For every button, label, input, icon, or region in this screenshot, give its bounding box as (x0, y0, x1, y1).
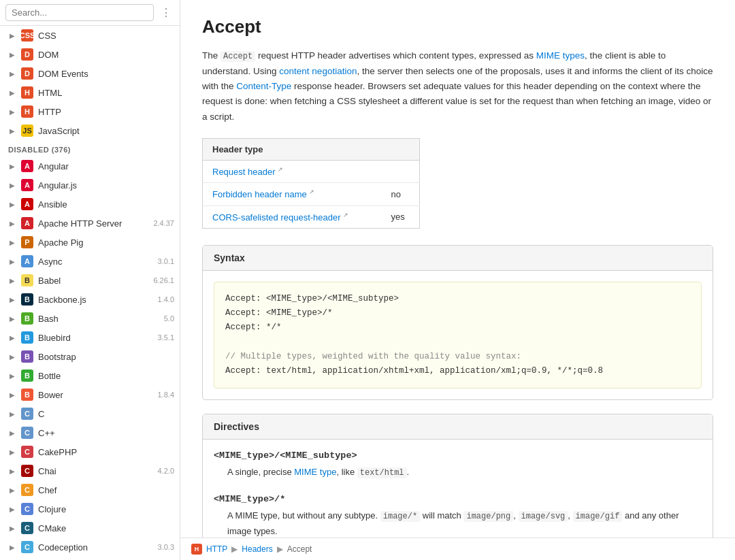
sidebar-item-http[interactable]: ▶HHTTP (0, 102, 180, 121)
breadcrumb-headers[interactable]: Headers (242, 544, 272, 554)
info-table: Header type Request header ↗Forbidden he… (202, 138, 420, 229)
sidebar-item-cpp[interactable]: ▶CC++ (0, 423, 180, 442)
menu-icon[interactable]: ⋮ (158, 5, 174, 20)
sidebar: ⋮ ▶CSSCSS▶DDOM▶DDOM Events▶HHTML▶HHTTP▶J… (0, 0, 180, 560)
info-table-header-value (381, 138, 419, 160)
sidebar-item-css[interactable]: ▶CSSCSS (0, 26, 180, 45)
info-table-label[interactable]: Request header ↗ (203, 160, 382, 182)
sidebar-item-label: Codeception (38, 542, 153, 553)
sidebar-item-label: Bash (38, 314, 159, 324)
sidebar-item-version: 1.4.0 (158, 295, 174, 303)
sidebar-item-angular[interactable]: ▶AAngular (0, 157, 180, 176)
sidebar-item-version: 3.5.1 (158, 333, 174, 342)
sidebar-item-icon: A (21, 255, 33, 267)
page-title: Accept (202, 16, 713, 37)
sidebar-item-icon: A (21, 217, 33, 229)
sidebar-item-apache-pig[interactable]: ▶PApache Pig (0, 233, 180, 252)
sidebar-item-icon: B (21, 274, 33, 286)
sidebar-item-version: 4.2.0 (158, 467, 174, 475)
sidebar-item-icon: C (21, 446, 33, 458)
directive-title: <MIME_type>/<MIME_subtype> (214, 450, 702, 461)
sidebar-item-label: Chef (38, 485, 174, 495)
sidebar-item-bower[interactable]: ▶BBower1.8.4 (0, 385, 180, 404)
chevron-icon: ▶ (8, 410, 16, 418)
sidebar-item-label: Ansible (38, 199, 174, 210)
sidebar-item-icon: C (21, 503, 33, 515)
info-table-row: Forbidden header name ↗no (203, 183, 420, 205)
chevron-icon: ▶ (8, 295, 16, 303)
chevron-icon: ▶ (8, 162, 16, 170)
chevron-icon: ▶ (8, 108, 16, 116)
sidebar-item-chai[interactable]: ▶CChai4.2.0 (0, 461, 180, 480)
sidebar-item-chef[interactable]: ▶CChef (0, 480, 180, 499)
sidebar-item-label: Chai (38, 466, 153, 476)
sidebar-item-backbone[interactable]: ▶BBackbone.js1.4.0 (0, 290, 180, 309)
sidebar-item-icon: C (21, 522, 33, 534)
chevron-icon: ▶ (8, 88, 16, 97)
sidebar-item-bottle[interactable]: ▶BBottle (0, 366, 180, 385)
sidebar-item-html[interactable]: ▶HHTML (0, 83, 180, 102)
directive-desc: A MIME type, but without any subtype. im… (214, 508, 702, 538)
sidebar-item-label: Bootstrap (38, 352, 174, 362)
sidebar-item-icon: H (21, 86, 33, 99)
search-input[interactable] (5, 4, 154, 21)
sidebar-item-apache-http[interactable]: ▶AApache HTTP Server2.4.37 (0, 214, 180, 233)
chevron-icon: ▶ (8, 200, 16, 208)
sidebar-item-label: Backbone.js (38, 295, 153, 305)
sidebar-item-label: Bower (38, 390, 153, 400)
sidebar-item-async[interactable]: ▶AAsync3.0.1 (0, 252, 180, 271)
chevron-icon: ▶ (8, 31, 16, 39)
directive-desc: A single, precise MIME type, like text/h… (214, 465, 702, 480)
enabled-items-group: ▶CSSCSS▶DDOM▶DDOM Events▶HHTML▶HHTTP▶JSJ… (0, 26, 180, 140)
sidebar-item-angularjs[interactable]: ▶AAngular.js (0, 176, 180, 195)
sidebar-item-label: CSS (38, 31, 174, 41)
sidebar-item-c[interactable]: ▶CC (0, 404, 180, 423)
sidebar-item-version: 2.4.37 (153, 219, 174, 227)
breadcrumb-sep1: ▶ (231, 544, 238, 554)
chevron-icon: ▶ (8, 372, 16, 380)
sidebar-item-dom[interactable]: ▶DDOM (0, 45, 180, 64)
sidebar-item-bluebird[interactable]: ▶BBluebird3.5.1 (0, 328, 180, 347)
search-bar: ⋮ (0, 0, 180, 26)
sidebar-item-label: Angular.js (38, 180, 174, 191)
sidebar-item-icon: B (21, 293, 33, 306)
chevron-icon: ▶ (8, 467, 16, 475)
breadcrumb-http[interactable]: HTTP (206, 544, 227, 554)
directives-section-header: Directives (203, 414, 713, 440)
directive-block: <MIME_type>/*A MIME type, but without an… (214, 494, 702, 538)
info-table-row: Request header ↗ (203, 160, 420, 182)
sidebar-item-cakephp[interactable]: ▶CCakePHP (0, 442, 180, 461)
sidebar-item-bash[interactable]: ▶BBash5.0 (0, 309, 180, 328)
sidebar-item-codeception[interactable]: ▶CCodeception3.0.3 (0, 538, 180, 557)
sidebar-item-icon: D (21, 48, 33, 61)
chevron-icon: ▶ (8, 524, 16, 532)
info-table-label[interactable]: Forbidden header name ↗ (203, 183, 382, 205)
sidebar-item-label: CakePHP (38, 447, 174, 457)
sidebar-item-cmake[interactable]: ▶CCMake (0, 518, 180, 538)
sidebar-item-version: 6.26.1 (153, 276, 174, 284)
sidebar-item-codeceptjs[interactable]: ▶CCodeceptJS1.4.4 (0, 557, 180, 560)
info-table-label[interactable]: CORS-safelisted request-header ↗ (203, 205, 382, 228)
directive-title: <MIME_type>/* (214, 494, 702, 504)
sidebar-item-js[interactable]: ▶JSJavaScript (0, 121, 180, 140)
sidebar-item-icon: B (21, 369, 33, 382)
sidebar-item-label: Babel (38, 276, 148, 286)
sidebar-item-icon: C (21, 541, 33, 553)
breadcrumb: H HTTP ▶ Headers ▶ Accept (180, 538, 735, 560)
sidebar-item-icon: D (21, 67, 33, 80)
chevron-icon: ▶ (8, 314, 16, 323)
info-table-value: yes (381, 205, 419, 228)
chevron-icon: ▶ (8, 429, 16, 437)
sidebar-item-dom-events[interactable]: ▶DDOM Events (0, 64, 180, 83)
breadcrumb-current: Accept (287, 544, 312, 554)
sidebar-item-clojure[interactable]: ▶CClojure (0, 499, 180, 518)
sidebar-item-label: C++ (38, 428, 174, 438)
sidebar-item-babel[interactable]: ▶BBabel6.26.1 (0, 271, 180, 290)
sidebar-item-bootstrap[interactable]: ▶BBootstrap (0, 347, 180, 366)
sidebar-item-label: JavaScript (38, 126, 174, 136)
sidebar-item-ansible[interactable]: ▶AAnsible (0, 195, 180, 214)
sidebar-item-label: Angular (38, 161, 174, 171)
chevron-icon: ▶ (8, 219, 16, 227)
sidebar-item-label: Async (38, 257, 153, 267)
sidebar-item-label: DOM (38, 50, 174, 60)
